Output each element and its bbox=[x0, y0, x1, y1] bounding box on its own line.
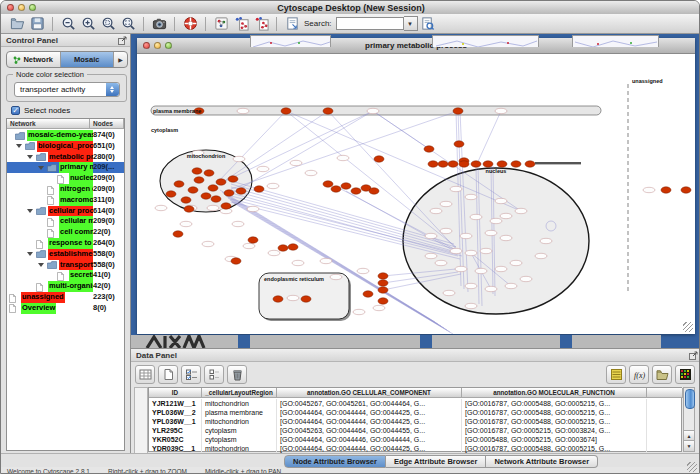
network-node[interactable] bbox=[475, 268, 487, 273]
network-node[interactable] bbox=[540, 238, 552, 243]
table-row[interactable]: YJR121W__1mitochondrion[GO:0045267, GO:0… bbox=[149, 399, 681, 408]
selected-network-node[interactable] bbox=[378, 287, 388, 293]
selected-network-node[interactable] bbox=[471, 161, 481, 167]
select-nodes-checkbox[interactable]: ✓ bbox=[11, 106, 20, 115]
zoom-out-icon[interactable] bbox=[59, 15, 77, 32]
table-row[interactable]: YKR052Ccytoplasm[GO:0044464, GO:0044446,… bbox=[149, 435, 681, 444]
tree-row[interactable]: biological_process651(0) bbox=[7, 141, 124, 152]
network-node[interactable] bbox=[257, 166, 269, 171]
network-node[interactable] bbox=[443, 290, 455, 295]
select-attributes-icon[interactable] bbox=[181, 365, 201, 384]
network-node[interactable] bbox=[510, 260, 522, 265]
selected-network-node[interactable] bbox=[378, 273, 388, 279]
selected-network-node[interactable] bbox=[374, 156, 384, 162]
selected-network-node[interactable] bbox=[453, 108, 463, 114]
network-node[interactable] bbox=[233, 156, 245, 161]
selected-network-node[interactable] bbox=[459, 161, 469, 167]
selected-network-node[interactable] bbox=[483, 161, 493, 167]
tree-row[interactable]: transport558(0) bbox=[7, 260, 124, 271]
network-node[interactable] bbox=[450, 248, 462, 253]
table-cell[interactable]: YPL036W__2 bbox=[149, 408, 202, 417]
selected-network-node[interactable] bbox=[378, 280, 388, 286]
table-row[interactable]: YPL036W__2plasma membrane[GO:0044464, GO… bbox=[149, 408, 681, 417]
zoom-selected-icon[interactable] bbox=[99, 15, 117, 32]
tree-row[interactable]: secretion41(0) bbox=[7, 270, 124, 281]
table-cell[interactable]: plasma membrane bbox=[202, 408, 277, 417]
background-window-thumbnail[interactable] bbox=[572, 35, 659, 47]
selected-network-node[interactable] bbox=[428, 161, 438, 167]
compartment-label[interactable]: unassigned bbox=[632, 78, 663, 84]
selected-network-node[interactable] bbox=[288, 244, 298, 250]
background-window-edge[interactable] bbox=[560, 335, 572, 348]
table-cell[interactable]: [GO:0005488, GO:0005215, GO:0003674] bbox=[462, 435, 647, 444]
selected-network-node[interactable] bbox=[231, 258, 241, 264]
network-node[interactable] bbox=[515, 208, 527, 213]
selected-network-node[interactable] bbox=[331, 186, 341, 192]
network-node[interactable] bbox=[480, 248, 492, 253]
network-node[interactable] bbox=[535, 253, 547, 258]
node-label-text[interactable] bbox=[535, 162, 581, 164]
table-cell[interactable]: mitochondrion bbox=[202, 417, 277, 426]
tree-row[interactable]: cellular process614(0) bbox=[7, 206, 124, 217]
network-node[interactable] bbox=[450, 186, 462, 191]
network-node[interactable] bbox=[305, 170, 317, 175]
tree-row[interactable]: Overview8(0) bbox=[7, 303, 124, 314]
selected-network-node[interactable] bbox=[192, 168, 202, 174]
network-node[interactable] bbox=[455, 266, 467, 271]
network-node[interactable] bbox=[353, 309, 365, 314]
network-node[interactable] bbox=[247, 206, 259, 211]
scrollbar-thumb[interactable] bbox=[685, 389, 695, 409]
network-edge[interactable] bbox=[231, 111, 458, 189]
compartment-label[interactable]: mitochondrion bbox=[187, 153, 226, 159]
expand-arrow-icon[interactable] bbox=[27, 209, 33, 213]
network-node[interactable] bbox=[465, 283, 477, 288]
tree-row[interactable]: nucleobase-209(0) bbox=[7, 173, 124, 184]
selected-network-node[interactable] bbox=[173, 231, 183, 237]
table-cell[interactable]: [GO:0044464, GO:0044444, GO:0044425, G..… bbox=[277, 417, 462, 426]
table-cell[interactable]: [GO:0044464, GO:0044444, GO:0044425, G..… bbox=[277, 444, 462, 453]
table-cell[interactable]: YJR121W__1 bbox=[149, 399, 202, 408]
background-window-thumbnail[interactable] bbox=[432, 35, 539, 47]
tree-row[interactable]: metabolic process280(0) bbox=[7, 152, 124, 163]
network-node[interactable] bbox=[287, 295, 299, 300]
selected-network-node[interactable] bbox=[184, 206, 194, 212]
tab-overflow-arrow[interactable]: ▶ bbox=[114, 52, 127, 67]
table-cell[interactable]: [GO:0016787, GO:0005488, GO:0005215, G..… bbox=[462, 399, 647, 408]
network-node[interactable] bbox=[425, 253, 437, 258]
tree-row[interactable]: establishment of lo558(0) bbox=[7, 249, 124, 260]
scroll-down-button[interactable]: ▼ bbox=[684, 440, 694, 451]
import-attributes-icon[interactable] bbox=[652, 365, 672, 384]
network-node[interactable] bbox=[267, 183, 279, 188]
selected-network-node[interactable] bbox=[278, 245, 288, 251]
selected-network-node[interactable] bbox=[301, 296, 311, 302]
node-color-dropdown[interactable]: transporter activity bbox=[14, 82, 120, 97]
selected-network-node[interactable] bbox=[204, 170, 214, 176]
network-node[interactable] bbox=[430, 208, 442, 213]
tree-column-network[interactable]: Network bbox=[7, 119, 90, 129]
network-node[interactable] bbox=[490, 218, 502, 223]
selected-network-node[interactable] bbox=[369, 188, 379, 194]
network-node[interactable] bbox=[470, 214, 482, 219]
selected-network-node[interactable] bbox=[194, 177, 204, 183]
network-node[interactable] bbox=[202, 241, 214, 246]
selected-network-node[interactable] bbox=[254, 186, 264, 192]
table-column-header[interactable]: annotation.GO MOLECULAR_FUNCTION bbox=[462, 388, 647, 398]
network-node[interactable] bbox=[207, 205, 219, 210]
network-node[interactable] bbox=[485, 230, 497, 235]
selected-network-node[interactable] bbox=[424, 146, 434, 152]
view-resize-grip[interactable] bbox=[683, 322, 693, 332]
search-input[interactable] bbox=[336, 17, 404, 30]
network-node[interactable] bbox=[495, 108, 507, 113]
expand-arrow-icon[interactable] bbox=[38, 166, 44, 170]
table-cell[interactable]: [GO:0045263, GO:0044464, GO:0044455, G..… bbox=[277, 426, 462, 435]
network-node[interactable] bbox=[232, 221, 244, 226]
table-cell[interactable]: [GO:0016787, GO:0005488, GO:0005215, G..… bbox=[462, 444, 647, 453]
tree-row[interactable]: unassigned223(0) bbox=[7, 292, 124, 303]
table-row[interactable]: YDR039C__1mitochondrion[GO:0044464, GO:0… bbox=[149, 444, 681, 453]
snapshot-camera-icon[interactable] bbox=[150, 15, 168, 32]
background-window-edge[interactable] bbox=[420, 335, 432, 348]
table-cell[interactable]: cytoplasm bbox=[202, 435, 277, 444]
nucleus-region[interactable] bbox=[403, 168, 589, 314]
selected-network-node[interactable] bbox=[281, 108, 291, 114]
expand-arrow-icon[interactable] bbox=[16, 144, 22, 148]
